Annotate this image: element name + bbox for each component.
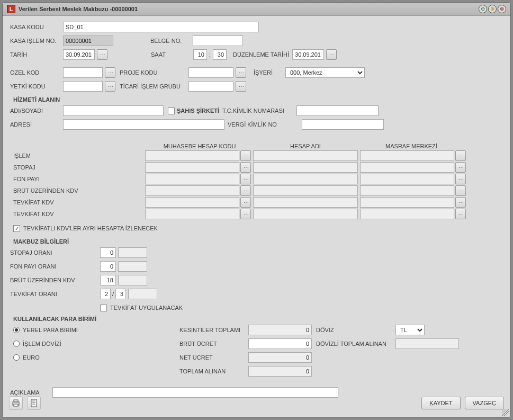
- doviz-label: DÖVİZ: [316, 327, 395, 333]
- yetki-kodu-input[interactable]: [63, 81, 103, 92]
- grid-cell-input[interactable]: [253, 162, 358, 173]
- euro-radio[interactable]: [13, 354, 20, 361]
- belge-no-input[interactable]: [193, 35, 243, 46]
- tarih-lookup-icon[interactable]: ⋯: [97, 49, 107, 60]
- maximize-button[interactable]: ⊕: [488, 5, 497, 13]
- duzenleme-tarihi-lookup-icon[interactable]: ⋯: [326, 49, 337, 60]
- yerel-para-label: YEREL PARA BİRİMİ: [23, 327, 78, 333]
- vazgec-button[interactable]: VAZGEÇ: [465, 397, 504, 409]
- grid-cell-input[interactable]: [145, 174, 239, 184]
- belge-no-label: BELGE NO.: [150, 38, 193, 44]
- ticari-islem-grubu-lookup-icon[interactable]: ⋯: [236, 81, 246, 92]
- titlebar: L Verilen Serbest Meslek Makbuzu -000000…: [3, 3, 510, 16]
- saat-label: SAAT: [151, 51, 193, 58]
- grid-cell-input[interactable]: [145, 185, 239, 196]
- tevkifat-orani-extra: [128, 289, 157, 299]
- fon-payi-orani-input[interactable]: [100, 261, 116, 272]
- euro-label: EURO: [23, 354, 40, 361]
- grid-cell-input[interactable]: [145, 197, 239, 208]
- kaydet-button[interactable]: KAYDET: [421, 397, 460, 409]
- grid-cell-input[interactable]: [360, 197, 454, 208]
- kesintiler-toplami-label: KESİNTİLER TOPLAMI: [179, 327, 248, 333]
- duzenleme-tarihi-input[interactable]: [292, 49, 324, 60]
- vergi-kimlik-input[interactable]: [302, 119, 384, 130]
- brut-ucret-label: BRÜT ÜCRET: [179, 341, 248, 347]
- grid-row-tevkifat_kdv: TEVKİFAT KDV⋯⋯: [10, 209, 503, 219]
- lookup-icon[interactable]: ⋯: [455, 174, 466, 184]
- lookup-icon[interactable]: ⋯: [240, 209, 251, 219]
- close-button[interactable]: ⊗: [498, 5, 506, 13]
- grid-cell-input[interactable]: [253, 174, 358, 184]
- grid-cell-input[interactable]: [360, 209, 454, 219]
- brut-ucret-input[interactable]: [248, 338, 312, 349]
- window-controls: ⊖ ⊕ ⊗: [479, 5, 506, 13]
- grid-header: MUHASEBE HESAP KODU HESAP ADI MASRAF MER…: [147, 143, 503, 149]
- document-button[interactable]: [27, 396, 41, 410]
- proje-kodu-lookup-icon[interactable]: ⋯: [236, 67, 246, 78]
- lookup-icon[interactable]: ⋯: [240, 174, 251, 184]
- kasa-kodu-label: KASA KODU: [10, 24, 63, 30]
- content-area: KASA KODU KASA İŞLEM NO. BELGE NO. TARİH…: [3, 16, 510, 417]
- isyeri-select[interactable]: 000, Merkez: [285, 67, 365, 78]
- minimize-button[interactable]: ⊖: [479, 5, 487, 13]
- lookup-icon[interactable]: ⋯: [240, 185, 251, 196]
- tevkifat-orani-label: TEVKİFAT ORANI: [10, 291, 100, 297]
- lookup-icon[interactable]: ⋯: [455, 150, 466, 161]
- grid-cell-input[interactable]: [360, 150, 454, 161]
- grid-cell-input[interactable]: [145, 150, 239, 161]
- sahis-sirketi-label: ŞAHIS ŞİRKETİ: [177, 108, 219, 114]
- yerel-para-radio[interactable]: [13, 327, 20, 333]
- tc-kimlik-input[interactable]: [296, 105, 379, 116]
- grid-row-stopaj: STOPAJ⋯⋯: [10, 162, 503, 173]
- print-button[interactable]: [9, 396, 23, 410]
- lookup-icon[interactable]: ⋯: [455, 209, 466, 219]
- stopaj-orani-input[interactable]: [100, 247, 116, 258]
- kasa-islem-no-label: KASA İŞLEM NO.: [10, 38, 63, 44]
- ozel-kod-lookup-icon[interactable]: ⋯: [105, 67, 115, 78]
- sahis-sirketi-checkbox[interactable]: [168, 108, 175, 114]
- lookup-icon[interactable]: ⋯: [455, 185, 466, 196]
- adresi-input[interactable]: [63, 119, 224, 130]
- lookup-icon[interactable]: ⋯: [455, 197, 466, 208]
- adi-soyadi-input[interactable]: [63, 105, 164, 116]
- doviz-select[interactable]: TL: [395, 325, 425, 335]
- adi-soyadi-label: ADI/SOYADI: [10, 108, 63, 114]
- dovizli-toplam-alinan-input: [395, 338, 459, 349]
- ticari-islem-grubu-input[interactable]: [188, 81, 233, 92]
- kasa-kodu-input[interactable]: [63, 22, 259, 32]
- tevkifatli-checkbox[interactable]: ✓: [13, 225, 20, 232]
- tevkifat-uygulanacak-label: TEVKİFAT UYGULANACAK: [110, 305, 183, 311]
- islem-dovizi-radio[interactable]: [13, 341, 20, 347]
- document-icon: [30, 399, 38, 407]
- tevkifat-b-input[interactable]: [115, 289, 126, 299]
- lookup-icon[interactable]: ⋯: [240, 150, 251, 161]
- grid-cell-input[interactable]: [360, 162, 454, 173]
- grid-cell-input[interactable]: [253, 209, 358, 219]
- tarih-input[interactable]: [63, 49, 95, 60]
- grid-cell-input[interactable]: [145, 209, 239, 219]
- yetki-kodu-label: YETKİ KODU: [10, 83, 63, 90]
- grid-cell-input[interactable]: [253, 185, 358, 196]
- grid-cell-input[interactable]: [360, 185, 454, 196]
- kasa-islem-no-input[interactable]: [63, 35, 113, 46]
- lookup-icon[interactable]: ⋯: [240, 162, 251, 173]
- lookup-icon[interactable]: ⋯: [455, 162, 466, 173]
- tevkifat-uygulanacak-checkbox[interactable]: [100, 305, 107, 311]
- lookup-icon[interactable]: ⋯: [240, 197, 251, 208]
- resize-grip[interactable]: [502, 409, 509, 416]
- stopaj-orani-extra: [118, 247, 147, 258]
- grid-cell-input[interactable]: [253, 150, 358, 161]
- yetki-kodu-lookup-icon[interactable]: ⋯: [105, 81, 115, 92]
- grid-row-brut_kdv: BRÜT ÜZERİNDEN KDV⋯⋯: [10, 185, 503, 196]
- grid-cell-input[interactable]: [253, 197, 358, 208]
- main-window: L Verilen Serbest Meslek Makbuzu -000000…: [2, 2, 511, 418]
- proje-kodu-input[interactable]: [188, 67, 233, 78]
- ozel-kod-input[interactable]: [63, 67, 103, 78]
- brut-kdv-input[interactable]: [100, 275, 116, 285]
- saat-hour-input[interactable]: [193, 49, 207, 60]
- ozel-kod-label: ÖZEL KOD: [10, 69, 63, 76]
- saat-min-input[interactable]: [213, 49, 227, 60]
- tevkifat-a-input[interactable]: [100, 289, 111, 299]
- grid-cell-input[interactable]: [360, 174, 454, 184]
- grid-cell-input[interactable]: [145, 162, 239, 173]
